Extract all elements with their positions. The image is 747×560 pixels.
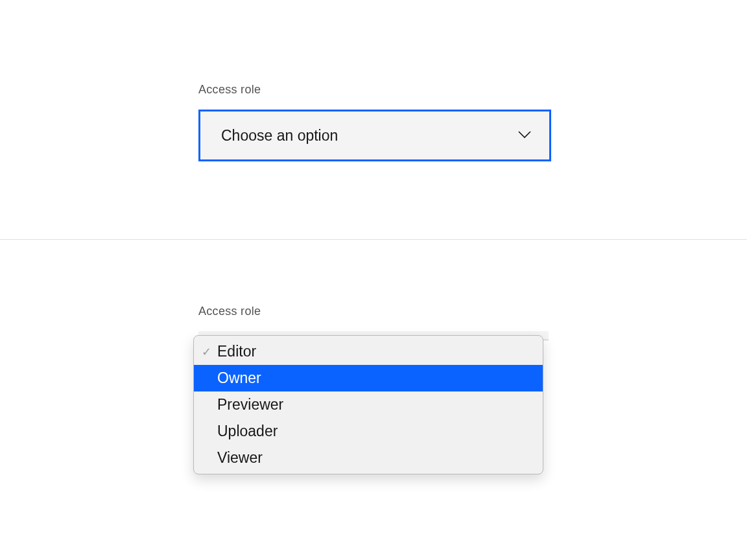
menu-item-viewer[interactable]: Viewer [194,445,543,471]
menu-item-editor[interactable]: ✓ Editor [194,338,543,365]
dropdown-placeholder: Choose an option [221,127,338,145]
access-role-label: Access role [198,305,747,318]
menu-item-owner[interactable]: Owner [194,365,543,391]
access-role-label: Access role [198,83,747,97]
check-icon: ✓ [202,346,217,358]
access-role-dropdown-menu[interactable]: ✓ Editor Owner Previewer Uploader Viewer [193,335,543,474]
menu-item-uploader[interactable]: Uploader [194,418,543,445]
access-role-dropdown[interactable]: Choose an option [198,110,551,161]
dropdown-open-section: Access role ✓ Editor Owner Previewer Upl… [0,240,747,340]
chevron-down-icon [518,130,531,141]
dropdown-closed-section: Access role Choose an option [0,0,747,161]
menu-item-previewer[interactable]: Previewer [194,391,543,418]
